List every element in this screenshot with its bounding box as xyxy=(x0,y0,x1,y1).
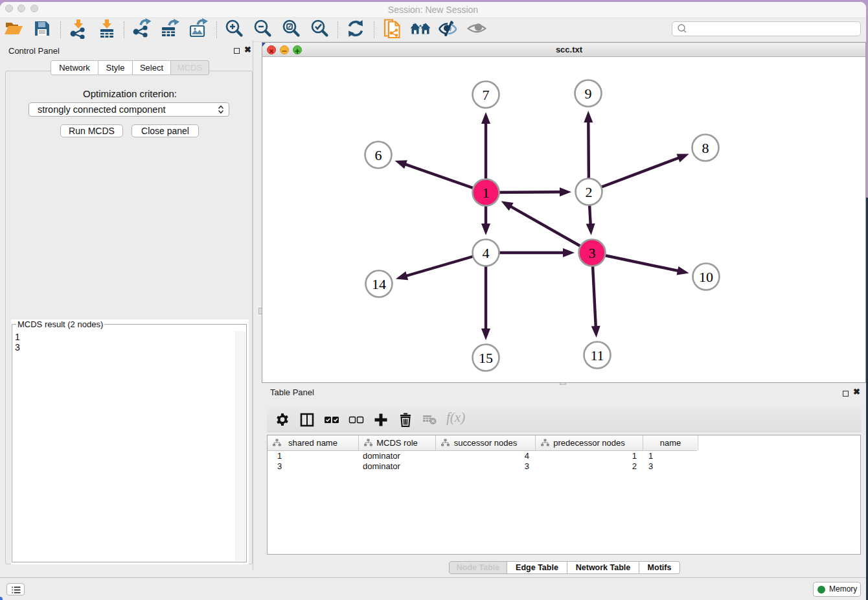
svg-text:10: 10 xyxy=(699,269,713,285)
svg-text:9: 9 xyxy=(585,86,592,102)
svg-text:14: 14 xyxy=(372,276,386,292)
svg-text:3: 3 xyxy=(589,245,596,261)
svg-text:4: 4 xyxy=(483,245,490,261)
svg-text:11: 11 xyxy=(590,347,604,363)
svg-text:6: 6 xyxy=(375,147,382,163)
svg-text:15: 15 xyxy=(479,350,493,366)
svg-text:1: 1 xyxy=(483,185,490,201)
svg-text:8: 8 xyxy=(702,140,709,156)
svg-text:2: 2 xyxy=(586,184,593,200)
svg-text:7: 7 xyxy=(483,87,490,103)
